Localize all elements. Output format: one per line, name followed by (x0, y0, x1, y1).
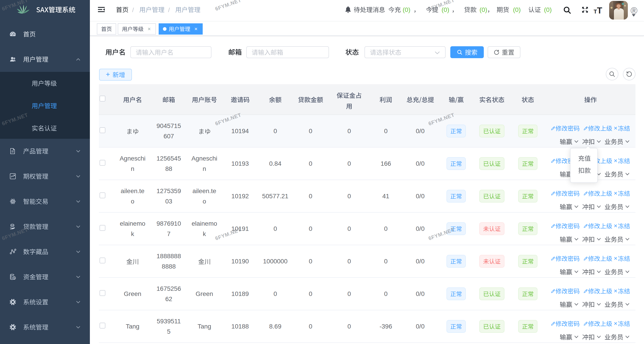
svg-text:$: $ (13, 276, 15, 280)
